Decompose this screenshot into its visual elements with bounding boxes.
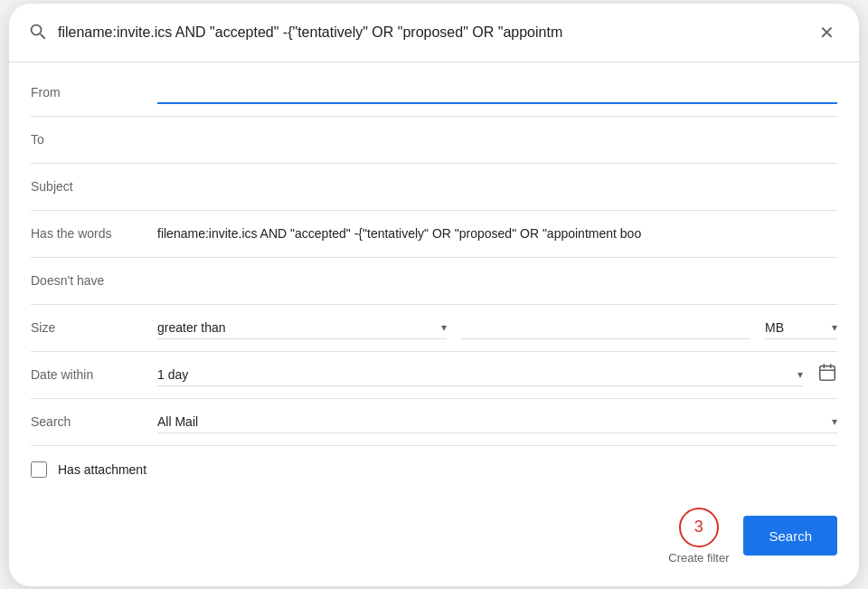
size-row: Size greater than less than ▾ MB KB Byte… <box>31 305 837 352</box>
from-input[interactable] <box>157 81 837 104</box>
size-comparison-select-wrap[interactable]: greater than less than ▾ <box>157 317 447 339</box>
search-button[interactable]: Search <box>743 516 837 556</box>
has-attachment-label: Has attachment <box>58 462 146 477</box>
size-comparison-select[interactable]: greater than less than <box>157 320 244 335</box>
svg-rect-0 <box>820 366 835 380</box>
doesnt-have-row: Doesn't have <box>31 258 837 305</box>
search-input[interactable] <box>58 24 801 41</box>
search-field-row: Search All Mail Inbox Starred Sent Draft… <box>31 399 837 446</box>
create-filter-badge: 3 <box>679 508 719 547</box>
doesnt-have-label: Doesn't have <box>31 273 157 288</box>
doesnt-have-input[interactable] <box>157 270 837 292</box>
size-comparison-dropdown-arrow: ▾ <box>441 321 447 334</box>
has-the-words-value[interactable]: filename:invite.ics AND "accepted" -{"te… <box>157 223 837 245</box>
from-label: From <box>31 85 157 100</box>
search-bar: ✕ <box>9 4 859 62</box>
search-folder-select-wrap[interactable]: All Mail Inbox Starred Sent Drafts Spam … <box>157 411 837 433</box>
from-row: From <box>31 70 837 117</box>
search-icon <box>27 21 47 44</box>
date-within-select-wrap[interactable]: 1 day 3 days 1 week 2 weeks 1 month 2 mo… <box>157 364 803 386</box>
search-folder-select[interactable]: All Mail Inbox Starred Sent Drafts Spam … <box>157 414 837 429</box>
size-label: Size <box>31 320 157 335</box>
has-the-words-label: Has the words <box>31 226 157 241</box>
search-dialog: ✕ From To Subject Has the words filename… <box>9 4 859 586</box>
to-label: To <box>31 132 157 147</box>
size-number-input[interactable] <box>461 317 750 339</box>
date-within-select[interactable]: 1 day 3 days 1 week 2 weeks 1 month 2 mo… <box>157 367 803 382</box>
form-area: From To Subject Has the words filename:i… <box>9 62 859 493</box>
size-unit-select-wrap[interactable]: MB KB Bytes ▾ <box>765 317 837 339</box>
has-attachment-checkbox[interactable] <box>31 461 47 478</box>
size-unit-select[interactable]: MB KB Bytes <box>765 320 816 335</box>
search-field-label: Search <box>31 414 157 429</box>
close-button[interactable]: ✕ <box>812 18 841 47</box>
subject-row: Subject <box>31 164 837 211</box>
subject-label: Subject <box>31 179 157 194</box>
to-row: To <box>31 117 837 164</box>
to-input[interactable] <box>157 128 837 151</box>
date-within-label: Date within <box>31 367 157 382</box>
has-attachment-row: Has attachment <box>31 446 837 493</box>
date-within-row: Date within 1 day 3 days 1 week 2 weeks … <box>31 352 837 399</box>
create-filter-button[interactable]: 3 Create filter <box>668 508 729 565</box>
bottom-actions: 3 Create filter Search <box>9 493 859 565</box>
create-filter-label: Create filter <box>668 551 729 565</box>
has-the-words-row: Has the words filename:invite.ics AND "a… <box>31 211 837 258</box>
subject-input[interactable] <box>157 176 837 198</box>
size-unit-dropdown-arrow: ▾ <box>832 321 837 334</box>
calendar-icon[interactable] <box>817 363 837 387</box>
